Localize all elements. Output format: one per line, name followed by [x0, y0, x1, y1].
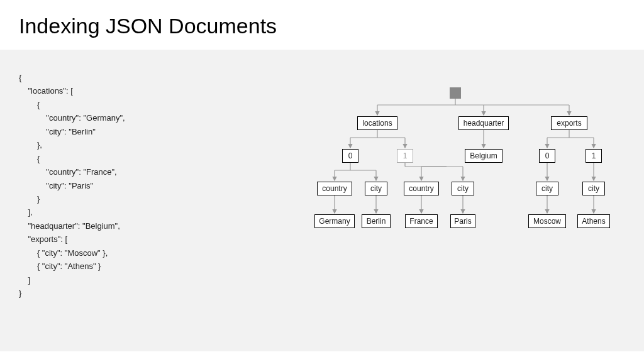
node-exp-0: 0 — [539, 149, 555, 163]
node-belgium: Belgium — [465, 149, 502, 163]
node-locations: locations — [357, 116, 397, 130]
node-berlin: Berlin — [362, 214, 391, 228]
node-germany: Germany — [314, 214, 355, 228]
node-loc-1: 1 — [397, 149, 413, 163]
node-paris: Paris — [450, 214, 475, 228]
node-city-1: city — [452, 182, 474, 195]
node-exports: exports — [551, 116, 587, 130]
node-country-1: country — [404, 182, 439, 195]
node-exp-1: 1 — [586, 149, 602, 163]
node-loc-0: 0 — [342, 149, 358, 163]
node-city-exp1: city — [582, 182, 605, 195]
node-country-0: country — [317, 182, 352, 195]
node-city-exp0: city — [536, 182, 558, 195]
node-headquarter: headquarter — [458, 116, 509, 130]
page-title: Indexing JSON Documents — [19, 14, 625, 38]
content-area: { "locations": [ { "country": "Germany",… — [0, 50, 644, 351]
node-france: France — [405, 214, 438, 228]
json-tree-diagram: locations headquarter exports 0 1 Belgiu… — [314, 87, 629, 288]
root-node — [450, 87, 461, 99]
node-city-0: city — [365, 182, 387, 195]
node-athens: Athens — [577, 214, 610, 228]
node-moscow: Moscow — [528, 214, 566, 228]
json-code-block: { "locations": [ { "country": "Germany",… — [19, 71, 125, 300]
